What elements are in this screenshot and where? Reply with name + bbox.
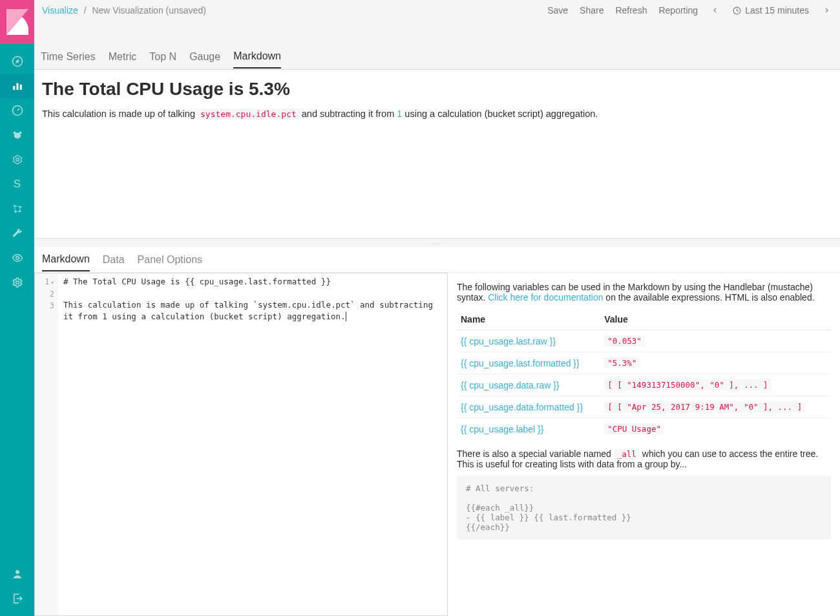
table-row: {{ cpu_usage.label }}"CPU Usage" [457, 418, 831, 440]
time-label: Last 15 minutes [745, 5, 809, 16]
help-intro: The following variables can be used in t… [457, 282, 831, 303]
nav-visualize[interactable] [0, 74, 34, 98]
compass-icon [12, 56, 23, 67]
help-special: There is also a special variable named _… [457, 449, 831, 469]
markdown-preview: The Total CPU Usage is 5.3% This calcula… [34, 70, 840, 238]
breadcrumb-sep: / [84, 5, 87, 16]
tab-time-series[interactable]: Time Series [41, 46, 96, 68]
kibana-logo-icon [6, 9, 28, 35]
editor-content[interactable]: # The Total CPU Usage is {{ cpu_usage.la… [58, 273, 447, 615]
svg-point-10 [19, 131, 21, 134]
clock-icon [733, 6, 741, 15]
svg-line-18 [14, 206, 16, 212]
svg-line-7 [17, 109, 19, 111]
nav-graph[interactable] [0, 196, 34, 221]
special-var-code: _all [614, 449, 640, 460]
chevron-left-icon [712, 7, 719, 14]
text-cursor [346, 312, 346, 321]
svg-point-12 [16, 158, 19, 162]
variables-table: Name Value {{ cpu_usage.last.raw }}"0.05… [457, 309, 831, 440]
table-row: {{ cpu_usage.last.formatted }}"5.3%" [457, 352, 831, 374]
app-sidebar: S [0, 0, 34, 616]
var-link[interactable]: {{ cpu_usage.last.formatted }} [461, 358, 580, 368]
nav-apm[interactable] [0, 147, 34, 172]
editor-tab-data[interactable]: Data [103, 249, 125, 271]
nav-monitoring[interactable] [0, 246, 34, 270]
nav-discover[interactable] [0, 49, 34, 74]
svg-point-9 [13, 131, 16, 134]
table-row: {{ cpu_usage.last.raw }}"0.053" [457, 330, 831, 352]
nav-dashboard[interactable] [0, 98, 34, 123]
pane-splitter[interactable]: ··· [34, 238, 840, 247]
svg-line-17 [14, 206, 20, 207]
preview-heading: The Total CPU Usage is 5.3% [42, 79, 832, 100]
nav-timelion[interactable] [0, 123, 34, 147]
editor-tabs: Markdown Data Panel Options [34, 247, 840, 273]
var-value: [ [ "Apr 25, 2017 9:19 AM", "0" ], ... ] [604, 401, 805, 412]
svg-rect-4 [16, 83, 18, 90]
table-row: {{ cpu_usage.data.raw }}[ [ "14931371500… [457, 374, 831, 396]
save-button[interactable]: Save [547, 5, 568, 16]
var-value: "0.053" [604, 335, 645, 346]
kibana-logo[interactable] [0, 0, 34, 44]
nav-logout[interactable] [0, 586, 34, 611]
breadcrumb-root[interactable]: Visualize [42, 5, 78, 16]
documentation-link[interactable]: Click here for documentation [488, 292, 603, 303]
table-row: {{ cpu_usage.data.formatted }}[ [ "Apr 2… [457, 396, 831, 418]
share-button[interactable]: Share [580, 5, 604, 16]
vis-type-tabs: Time Series Metric Top N Gauge Markdown [34, 44, 840, 70]
markdown-editor[interactable]: 1 2 3 # The Total CPU Usage is {{ cpu_us… [34, 273, 447, 616]
svg-marker-2 [16, 59, 19, 63]
svg-rect-3 [13, 86, 15, 90]
var-value: "CPU Usage" [604, 423, 664, 434]
svg-point-21 [16, 257, 19, 260]
preview-code-inline: system.cpu.idle.pct [198, 109, 299, 120]
nav-management[interactable] [0, 270, 34, 295]
time-prev[interactable] [709, 5, 721, 16]
chevron-right-icon [823, 7, 830, 14]
time-next[interactable] [821, 5, 832, 16]
tab-top-n[interactable]: Top N [149, 46, 176, 68]
editor-tab-panel-options[interactable]: Panel Options [138, 249, 203, 271]
svg-rect-5 [19, 85, 21, 90]
hex-gear-icon [12, 154, 23, 165]
th-value: Value [600, 309, 831, 330]
var-link[interactable]: {{ cpu_usage.last.raw }} [461, 336, 556, 346]
gauge-icon [12, 105, 23, 116]
wrench-icon [12, 228, 23, 239]
preview-paragraph: This calculation is made up of talking s… [42, 109, 832, 119]
nav-s[interactable]: S [0, 172, 34, 196]
logout-icon [12, 593, 23, 604]
var-link[interactable]: {{ cpu_usage.data.formatted }} [461, 402, 583, 412]
nav-user[interactable] [0, 562, 34, 586]
tab-gauge[interactable]: Gauge [189, 46, 220, 68]
timelion-icon [12, 129, 23, 141]
th-name: Name [457, 309, 600, 330]
svg-marker-11 [14, 155, 21, 164]
breadcrumb: Visualize / New Visualization (unsaved) [42, 5, 206, 16]
breadcrumb-current: New Visualization (unsaved) [92, 5, 205, 16]
tab-markdown[interactable]: Markdown [233, 45, 281, 69]
svg-point-22 [16, 281, 19, 284]
refresh-button[interactable]: Refresh [615, 5, 647, 16]
user-icon [12, 568, 23, 580]
reporting-button[interactable]: Reporting [658, 5, 698, 16]
bar-chart-icon [12, 80, 23, 92]
nav-devtools[interactable] [0, 221, 34, 246]
editor-tab-markdown[interactable]: Markdown [42, 248, 90, 271]
eye-icon [12, 252, 23, 264]
variables-help-pane: The following variables can be used in t… [447, 273, 840, 616]
svg-point-23 [16, 570, 19, 574]
editor-gutter: 1 2 3 [35, 273, 58, 615]
tab-metric[interactable]: Metric [109, 46, 137, 68]
var-link[interactable]: {{ cpu_usage.data.raw }} [461, 380, 560, 390]
s-icon: S [14, 178, 21, 191]
var-value: "5.3%" [604, 357, 640, 368]
graph-icon [12, 203, 23, 215]
var-link[interactable]: {{ cpu_usage.label }} [461, 424, 543, 434]
example-code-block: # All servers: {{#each _all}} - {{ label… [457, 476, 831, 540]
var-value: [ [ "1493137150000", "0" ], ... ] [604, 379, 771, 390]
topbar: Visualize / New Visualization (unsaved) … [34, 0, 840, 21]
gear-icon [12, 277, 23, 288]
time-picker[interactable]: Last 15 minutes [733, 5, 809, 16]
